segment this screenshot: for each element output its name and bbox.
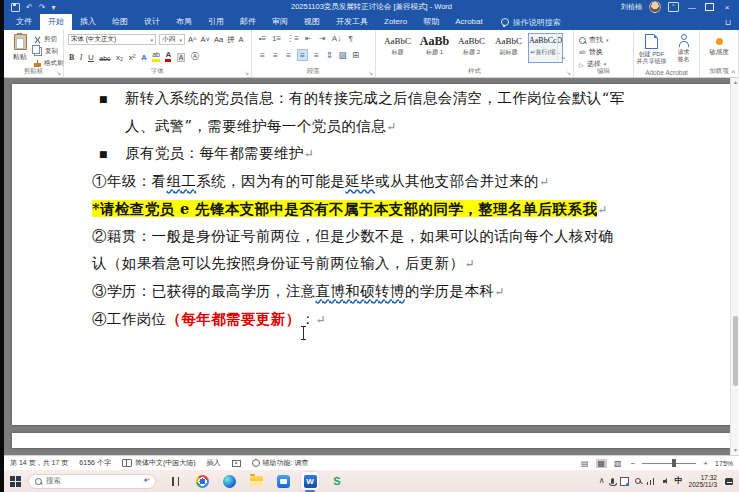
font-format-icon[interactable]: U [88,53,94,62]
font-format-icon[interactable]: x₂ [116,53,123,62]
document-page[interactable]: ■新转入系统的党员信息：有的转接完成之后信息会清空，工作岗位会默认“军人、武警”… [12,84,730,425]
paragraph-tool-icon[interactable]: •≡ [258,34,267,43]
style-副标题[interactable]: AaBbC副标题 [491,33,526,63]
insert-mode-indicator[interactable]: 插入 [207,458,221,468]
close-button[interactable]: × [721,3,733,12]
taskbar-app-file-explorer[interactable] [247,472,265,490]
tab-设计[interactable]: 设计 [136,14,168,30]
font-format-icon[interactable]: ab [152,50,160,62]
volume-icon[interactable] [661,478,667,484]
font-tool-icon[interactable]: 拼 [227,35,235,45]
scroll-up-icon[interactable]: ▲ [731,78,739,87]
macro-record-button[interactable] [232,460,241,467]
font-tool-icon[interactable]: A˅ [201,35,210,45]
scroll-down-icon[interactable]: ▼ [731,446,739,455]
page-indicator[interactable]: 第 14 页，共 17 页 [10,458,68,468]
tell-me-box[interactable]: 操作说明搜索 [501,14,561,30]
taskbar-app-app-green[interactable]: S [328,472,346,490]
font-size-select[interactable]: 小四▾ [159,34,185,45]
ime-indicator[interactable]: 中 [675,476,683,486]
accessibility-status[interactable]: 辅助功能: 调查 [252,458,309,468]
customize-qat-button[interactable]: ▾ [51,3,55,12]
style-标题[interactable]: AaBbC标题 [380,33,415,63]
zoom-level[interactable]: 175% [715,460,733,467]
font-name-select[interactable]: 宋体 (中文正文)▾ [68,34,156,45]
replace-button[interactable]: ab替换 [579,47,603,57]
word-count[interactable]: 6156 个字 [79,458,111,468]
font-format-icon[interactable]: x² [129,53,136,62]
sensitivity-button[interactable]: 敏感度 [700,38,738,57]
tab-审阅[interactable]: 审阅 [264,14,296,30]
avatar[interactable] [649,1,661,13]
tab-视图[interactable]: 视图 [296,14,328,30]
clipboard-dialog-launcher[interactable]: ↘ [56,69,61,76]
tab-帮助[interactable]: 帮助 [415,14,447,30]
paragraph-align-icon[interactable]: ⊞ [351,50,360,60]
zoom-out-button[interactable]: − [629,459,638,468]
tab-Zotero[interactable]: Zotero [376,14,415,30]
paragraph-align-icon[interactable]: ▨ [338,50,347,60]
collapse-ribbon-icon[interactable]: ^ [732,69,735,76]
taskbar-clock[interactable]: 17:32 2025/11/3 [689,474,717,489]
cut-button[interactable]: 剪切 [34,35,64,44]
web-layout-button[interactable]: ▧ [612,459,624,468]
styles-dialog-launcher[interactable]: ↘ [566,69,571,76]
font-tool-icon[interactable]: A [239,35,244,45]
tray-app-icon[interactable] [620,477,629,486]
paragraph-dialog-launcher[interactable]: ↘ [368,69,373,76]
ribbon-display-options-icon[interactable]: ^ [668,2,679,12]
notification-center-icon[interactable] [725,478,733,485]
redo-button[interactable]: ↷ [39,3,46,12]
font-format-icon[interactable]: A [165,50,171,62]
paragraph-align-icon[interactable]: ≡ [258,50,267,60]
tab-绘图[interactable]: 绘图 [104,14,136,30]
tab-Acrobat[interactable]: Acrobat [447,14,491,30]
tab-文件[interactable]: 文件 [8,14,40,30]
copy-button[interactable]: 复制 [34,47,64,56]
tab-开始[interactable]: 开始 [40,14,72,30]
paragraph-tool-icon[interactable]: 1≡ [272,34,281,43]
vertical-scrollbar[interactable]: ▲ ▼ [730,78,739,455]
taskbar-search[interactable]: 搜索 ✦ [28,474,156,489]
tab-引用[interactable]: 引用 [200,14,232,30]
create-pdf-button[interactable]: 创建 PDF并共享链接 [636,34,667,65]
paragraph-align-icon[interactable]: ≡ [297,49,308,61]
restore-button[interactable] [705,3,714,11]
start-button[interactable] [10,476,21,487]
key-icon[interactable] [635,478,641,484]
share-icon[interactable]: ⊔ [725,14,739,30]
paragraph-tool-icon[interactable]: ⋮≡ [286,34,299,43]
font-format-icon[interactable]: A [177,53,186,62]
paragraph-align-icon[interactable]: ≡ [271,50,280,60]
taskbar-app-pinned-app[interactable] [166,472,184,490]
tab-布局[interactable]: 布局 [168,14,200,30]
zoom-slider[interactable] [642,463,696,464]
chevron-up-icon[interactable]: ∧ [599,476,605,486]
font-tool-icon[interactable]: Aa [214,35,223,45]
taskbar-app-app-blue[interactable] [274,472,292,490]
language-indicator[interactable]: 简体中文(中国大陆) [122,458,196,468]
mic-icon[interactable] [611,478,614,484]
minimize-button[interactable]: — [686,3,698,12]
font-format-icon[interactable]: A [141,53,147,62]
save-icon[interactable] [11,3,20,12]
paragraph-align-icon[interactable]: ≡ [312,50,321,60]
print-layout-button[interactable]: ▦ [596,459,608,468]
paragraph-tool-icon[interactable]: ⇥ [318,34,327,43]
style-标题 2[interactable]: AaBbC标题 2 [454,33,489,63]
style-标题 1[interactable]: AaBb标题 1 [417,33,452,63]
paragraph-tool-icon[interactable]: ¶ [346,34,355,43]
paragraph-tool-icon[interactable]: A↓ [332,34,341,43]
taskbar-app-word[interactable]: W [301,472,319,490]
paragraph-align-icon[interactable]: ≡ [284,50,293,60]
tab-开发工具[interactable]: 开发工具 [328,14,376,30]
taskbar-app-chrome[interactable] [193,472,211,490]
font-format-icon[interactable]: Ⓐ [191,51,199,62]
scrollbar-thumb[interactable] [733,316,738,386]
undo-button[interactable]: ↶ [26,3,33,12]
font-tool-icon[interactable]: A^ [188,35,197,45]
font-format-icon[interactable]: I [80,53,83,62]
tab-插入[interactable]: 插入 [72,14,104,30]
font-format-icon[interactable]: abc [99,55,110,62]
taskbar-app-edge[interactable] [220,472,238,490]
